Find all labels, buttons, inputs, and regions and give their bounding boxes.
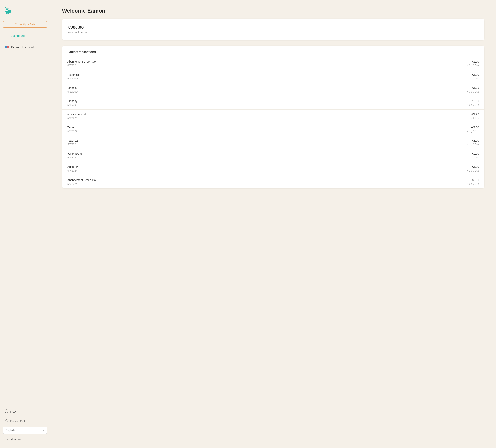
transaction-name: Abonnement Green-Got — [67, 179, 96, 182]
transaction-date: 5/8/2024 — [67, 117, 86, 119]
transaction-right: -€1.00 ≈ 0 g CO₂e — [466, 86, 479, 93]
transaction-date: 5/13/2024 — [67, 90, 79, 93]
personal-account-label: Personal account — [11, 45, 34, 49]
transaction-co2: ≈ 1 g CO₂e — [466, 130, 479, 133]
sidebar-item-faq[interactable]: ? FAQ — [3, 407, 47, 416]
transaction-name: adsdesssssdsd — [67, 113, 86, 116]
svg-marker-3 — [8, 7, 9, 9]
signout-item[interactable]: Sign out — [3, 435, 47, 443]
logo — [3, 5, 47, 16]
account-balance: €380.00 — [68, 25, 478, 30]
page-title: Welcome Eamon — [62, 8, 484, 14]
account-card-label: Personal account — [68, 31, 478, 34]
svg-point-6 — [8, 13, 10, 15]
transaction-date: 6/5/2024 — [67, 64, 96, 67]
transaction-right: -€10.00 ≈ 0 g CO₂e — [466, 100, 479, 106]
transaction-row[interactable]: Birthday 5/13/2024 -€1.00 ≈ 0 g CO₂e — [62, 83, 484, 96]
transaction-date: 5/14/2024 — [67, 77, 80, 80]
transaction-date: 5/7/2024 — [67, 156, 83, 159]
account-icon — [5, 45, 9, 49]
faq-label: FAQ — [10, 410, 16, 413]
sidebar-item-dashboard[interactable]: Dashboard — [3, 32, 47, 40]
transaction-left: Tester 5/7/2024 — [67, 126, 77, 133]
transaction-name: Adrien M — [67, 165, 78, 168]
transaction-name: Abonnement Green-Got — [67, 60, 96, 63]
transaction-right: -€2.00 ≈ 1 g CO₂e — [466, 152, 479, 159]
signout-label: Sign out — [10, 438, 21, 441]
transaction-right: -€1.00 ≈ 1 g CO₂e — [466, 73, 479, 80]
transaction-co2: ≈ 0 g CO₂e — [466, 103, 479, 106]
sidebar-divider — [3, 41, 47, 41]
transaction-left: Abonnement Green-Got 5/5/2024 — [67, 179, 96, 185]
svg-rect-13 — [5, 46, 7, 48]
transaction-left: Julien Brunet 5/7/2024 — [67, 152, 83, 159]
svg-point-5 — [6, 12, 7, 14]
transaction-name: Birthday — [67, 100, 79, 103]
svg-point-8 — [7, 10, 8, 11]
sidebar-item-personal-account[interactable]: Personal account — [3, 43, 47, 51]
sidebar: Currently in Beta Dashboard Personal acc… — [0, 0, 50, 448]
transaction-left: Abonnement Green-Got 6/5/2024 — [67, 60, 96, 67]
transaction-date: 5/5/2024 — [67, 182, 96, 185]
transaction-date: 5/13/2024 — [67, 103, 79, 106]
transaction-amount: -€6.00 — [471, 60, 479, 63]
beta-button[interactable]: Currently in Beta — [3, 21, 47, 28]
user-icon — [5, 419, 8, 423]
transaction-row[interactable]: Abonnement Green-Got 5/5/2024 -€6.00 ≈ 0… — [62, 175, 484, 188]
transaction-co2: ≈ 1 g CO₂e — [466, 156, 479, 159]
transaction-name: Julien Brunet — [67, 152, 83, 155]
user-name: Eamon Sisk — [10, 419, 26, 423]
transaction-amount: -€3.00 — [471, 139, 479, 142]
transaction-row[interactable]: Testerssss 5/14/2024 -€1.00 ≈ 1 g CO₂e — [62, 70, 484, 83]
transaction-right: -€1.23 ≈ 1 g CO₂e — [466, 113, 479, 119]
account-card: €380.00 Personal account — [62, 19, 484, 40]
transaction-left: adsdesssssdsd 5/8/2024 — [67, 113, 86, 119]
transaction-row[interactable]: Tester 5/7/2024 -€4.00 ≈ 1 g CO₂e — [62, 122, 484, 136]
transactions-list: Abonnement Green-Got 6/5/2024 -€6.00 ≈ 0… — [62, 57, 484, 188]
transaction-right: -€6.00 ≈ 0 g CO₂e — [466, 179, 479, 185]
transaction-row[interactable]: adsdesssssdsd 5/8/2024 -€1.23 ≈ 1 g CO₂e — [62, 109, 484, 122]
transaction-row[interactable]: Julien Brunet 5/7/2024 -€2.00 ≈ 1 g CO₂e — [62, 149, 484, 162]
transaction-amount: -€4.00 — [471, 126, 479, 129]
transaction-amount: -€1.00 — [471, 165, 479, 168]
svg-rect-9 — [5, 34, 6, 35]
svg-text:?: ? — [6, 410, 7, 412]
transaction-name: Testerssss — [67, 73, 80, 76]
language-select[interactable]: English Français Deutsch Español — [3, 427, 47, 434]
transaction-amount: -€2.00 — [471, 152, 479, 155]
transaction-right: -€3.00 ≈ 1 g CO₂e — [466, 139, 479, 146]
svg-point-7 — [6, 10, 7, 11]
transaction-amount: -€10.00 — [470, 100, 479, 103]
transaction-left: Birthday 5/13/2024 — [67, 100, 79, 106]
dashboard-label: Dashboard — [11, 34, 25, 37]
sidebar-bottom: ? FAQ Eamon Sisk English Français Deutsc… — [3, 407, 47, 443]
dashboard-icon — [5, 34, 9, 38]
transaction-row[interactable]: Adrien M 5/7/2024 -€1.00 ≈ 1 g CO₂e — [62, 162, 484, 175]
transactions-title: Latest transactions — [62, 46, 484, 57]
transaction-left: Faker 12 5/7/2024 — [67, 139, 78, 146]
transaction-amount: -€1.23 — [471, 113, 479, 116]
sidebar-item-user: Eamon Sisk — [3, 417, 47, 425]
transaction-amount: -€1.00 — [471, 73, 479, 76]
transaction-date: 5/7/2024 — [67, 130, 77, 133]
svg-point-17 — [6, 419, 7, 421]
transaction-left: Testerssss 5/14/2024 — [67, 73, 80, 80]
svg-marker-2 — [5, 7, 7, 9]
transaction-left: Adrien M 5/7/2024 — [67, 165, 78, 172]
transaction-co2: ≈ 1 g CO₂e — [466, 143, 479, 146]
transaction-name: Birthday — [67, 86, 79, 90]
transaction-name: Faker 12 — [67, 139, 78, 142]
svg-rect-11 — [5, 36, 6, 37]
transaction-row[interactable]: Abonnement Green-Got 6/5/2024 -€6.00 ≈ 0… — [62, 57, 484, 70]
transaction-co2: ≈ 1 g CO₂e — [466, 169, 479, 172]
transaction-co2: ≈ 1 g CO₂e — [466, 77, 479, 80]
transaction-co2: ≈ 0 g CO₂e — [466, 90, 479, 93]
svg-rect-10 — [7, 34, 8, 35]
transaction-row[interactable]: Faker 12 5/7/2024 -€3.00 ≈ 1 g CO₂e — [62, 136, 484, 149]
transaction-amount: -€6.00 — [471, 179, 479, 182]
transaction-right: -€4.00 ≈ 1 g CO₂e — [466, 126, 479, 133]
transaction-left: Birthday 5/13/2024 — [67, 86, 79, 93]
transaction-co2: ≈ 0 g CO₂e — [466, 182, 479, 185]
svg-rect-12 — [7, 36, 8, 37]
transaction-row[interactable]: Birthday 5/13/2024 -€10.00 ≈ 0 g CO₂e — [62, 96, 484, 109]
